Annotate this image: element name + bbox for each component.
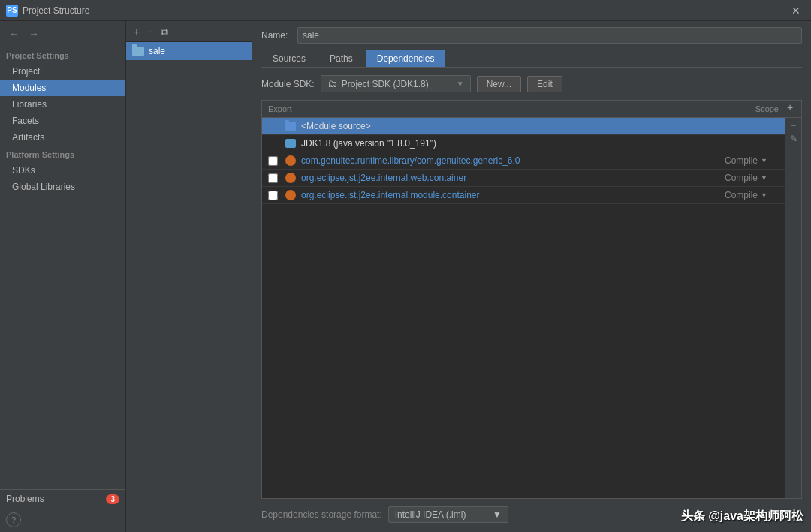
sdk-label: Module SDK: (261, 79, 315, 89)
module-list-toolbar: + − ⧉ (126, 21, 252, 42)
dep-row-2-scope-text: Compile (725, 155, 758, 166)
content-area: Name: Sources Paths Dependencies Module … (252, 21, 811, 532)
problems-row[interactable]: Problems 3 (0, 489, 125, 508)
sdk-new-button[interactable]: New... (477, 76, 521, 92)
dep-table-body-wrapper: <Module source> JDK1.8 (java version "1.… (262, 118, 801, 498)
dep-minus-button[interactable]: − (789, 119, 797, 131)
sdk-edit-button[interactable]: Edit (527, 76, 562, 92)
dep-row-4-check (262, 191, 283, 200)
dep-row-3-scope: Compile ▼ (725, 173, 785, 183)
sidebar-item-sdks[interactable]: SDKs (0, 162, 125, 179)
dep-row-3-name: org.eclipse.jst.j2ee.internal.web.contai… (301, 173, 725, 183)
folder-blue-icon (285, 122, 296, 131)
dep-table-body: <Module source> JDK1.8 (java version "1.… (262, 118, 785, 498)
tab-paths[interactable]: Paths (318, 50, 364, 67)
dep-row-4-icon (283, 190, 298, 200)
add-module-button[interactable]: + (131, 26, 143, 38)
dep-row-3-checkbox[interactable] (268, 173, 278, 183)
dep-row-1[interactable]: JDK1.8 (java version "1.8.0_191") (262, 135, 785, 152)
tab-dependencies[interactable]: Dependencies (366, 50, 446, 67)
dep-row-3[interactable]: org.eclipse.jst.j2ee.internal.web.contai… (262, 170, 785, 187)
storage-label: Dependencies storage format: (261, 509, 382, 520)
sidebar-item-libraries[interactable]: Libraries (0, 96, 125, 113)
sdk-dropdown-arrow-icon: ▼ (457, 80, 464, 88)
name-label: Name: (261, 30, 291, 41)
dep-row-1-icon (283, 139, 298, 148)
sdk-dropdown[interactable]: 🗂 Project SDK (JDK1.8) ▼ (321, 75, 471, 92)
dep-row-0[interactable]: <Module source> (262, 118, 785, 135)
sdk-row: Module SDK: 🗂 Project SDK (JDK1.8) ▼ New… (261, 75, 802, 92)
sidebar-nav: ← → (0, 24, 125, 44)
storage-dropdown[interactable]: IntelliJ IDEA (.iml) ▼ (388, 506, 508, 523)
tab-sources[interactable]: Sources (261, 50, 317, 67)
close-button[interactable]: ✕ (787, 3, 805, 18)
dep-table-header-row: Export Scope + (262, 101, 801, 118)
title-bar: PS Project Structure ✕ (0, 0, 811, 21)
col-scope-header: Scope (717, 103, 785, 115)
sidebar-item-artifacts[interactable]: Artifacts (0, 129, 125, 146)
platform-settings-header: Platform Settings (0, 146, 125, 162)
jar-icon-2 (285, 155, 296, 166)
storage-format-row: Dependencies storage format: IntelliJ ID… (261, 506, 802, 526)
dep-row-3-scope-text: Compile (725, 173, 758, 183)
dep-row-3-scope-arrow[interactable]: ▼ (761, 174, 767, 182)
dep-row-3-icon (283, 173, 298, 183)
dep-row-2-scope-arrow[interactable]: ▼ (761, 157, 767, 164)
jar-icon-4 (285, 190, 296, 200)
back-button[interactable]: ← (6, 27, 23, 41)
sdk-dropdown-icon: 🗂 (327, 78, 337, 89)
remove-module-button[interactable]: − (144, 26, 156, 38)
dep-table-header: Export Scope (262, 101, 785, 118)
dep-row-4-scope: Compile ▼ (725, 190, 785, 200)
dep-edit-button[interactable]: ✎ (788, 133, 799, 145)
storage-dropdown-arrow-icon: ▼ (493, 509, 502, 520)
dep-row-0-icon (283, 122, 298, 131)
storage-dropdown-text: IntelliJ IDEA (.iml) (395, 509, 488, 520)
dep-row-0-name: <Module source> (301, 121, 725, 131)
sidebar-item-global-libraries[interactable]: Global Libraries (0, 179, 125, 195)
jar-icon-3 (285, 173, 296, 183)
dep-row-2[interactable]: com.genuitec.runtime.library/com.genuite… (262, 152, 785, 170)
problems-label: Problems (6, 494, 44, 504)
col-name-header (322, 103, 717, 115)
module-list-panel: + − ⧉ sale (126, 21, 252, 532)
copy-module-button[interactable]: ⧉ (158, 26, 171, 38)
module-list-item-sale[interactable]: sale (126, 42, 252, 60)
app-icon: PS (6, 5, 18, 17)
dep-row-4-scope-text: Compile (725, 190, 758, 200)
sidebar-item-modules[interactable]: Modules (0, 80, 125, 96)
side-panel-header: + (785, 101, 801, 118)
dep-table: Export Scope + <Module (261, 100, 802, 499)
jdk-icon (285, 139, 296, 148)
problems-badge: 3 (106, 494, 119, 504)
col-export-header: Export (262, 103, 322, 115)
dep-row-2-scope: Compile ▼ (725, 155, 785, 166)
title-bar-left: PS Project Structure (6, 5, 89, 17)
main-layout: ← → Project Settings Project Modules Lib… (0, 21, 811, 532)
sidebar-item-facets[interactable]: Facets (0, 113, 125, 129)
sdk-dropdown-text: Project SDK (JDK1.8) (342, 79, 452, 89)
window-title: Project Structure (23, 5, 89, 16)
dep-row-4-scope-arrow[interactable]: ▼ (761, 191, 767, 199)
dep-row-4-name: org.eclipse.jst.j2ee.internal.module.con… (301, 190, 725, 200)
module-folder-icon (132, 47, 144, 56)
forward-button[interactable]: → (26, 27, 42, 41)
dep-row-1-name: JDK1.8 (java version "1.8.0_191") (301, 138, 725, 149)
sidebar: ← → Project Settings Project Modules Lib… (0, 21, 126, 532)
dep-side-panel: − ✎ (785, 118, 801, 498)
add-dep-button[interactable]: + (785, 101, 794, 114)
dep-row-2-name: com.genuitec.runtime.library/com.genuite… (301, 155, 725, 166)
sidebar-item-project[interactable]: Project (0, 63, 125, 80)
dep-row-4-checkbox[interactable] (268, 191, 278, 200)
tabs-row: Sources Paths Dependencies (261, 50, 802, 68)
project-settings-header: Project Settings (0, 47, 125, 63)
dep-row-2-checkbox[interactable] (268, 156, 278, 166)
module-name: sale (149, 46, 165, 56)
dep-row-4[interactable]: org.eclipse.jst.j2ee.internal.module.con… (262, 187, 785, 204)
help-button[interactable]: ? (6, 512, 21, 527)
name-row: Name: (261, 27, 802, 44)
dep-row-3-check (262, 173, 283, 183)
dep-row-2-icon (283, 155, 298, 166)
dep-row-2-check (262, 156, 283, 166)
name-input[interactable] (297, 27, 802, 44)
